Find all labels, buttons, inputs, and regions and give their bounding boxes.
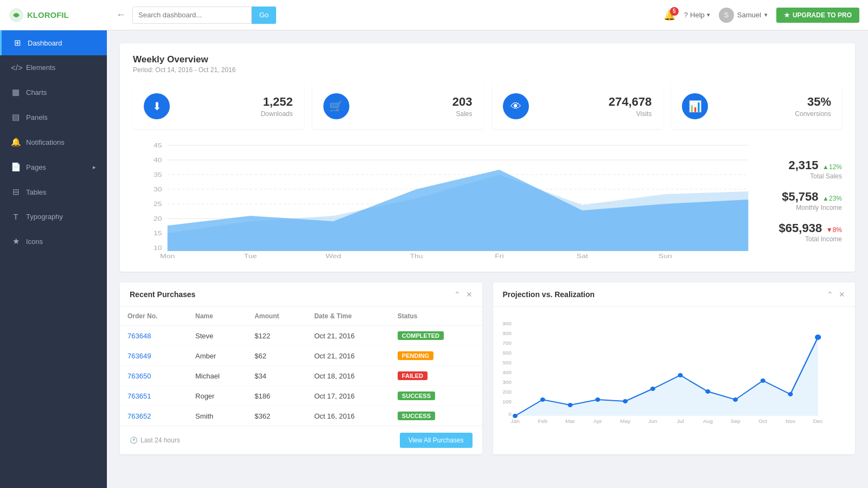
order-status: SUCCESS	[390, 386, 482, 406]
monthly-income-stat: $5,758 ▲23% Monthly Income	[766, 190, 842, 211]
collapse-button[interactable]: ⌃	[454, 290, 461, 299]
order-amount: $62	[247, 346, 307, 366]
svg-text:Feb: Feb	[538, 419, 547, 424]
user-menu-button[interactable]: S Samuel ▾	[719, 8, 768, 23]
svg-point-37	[815, 335, 821, 340]
order-date: Oct 18, 2016	[307, 366, 390, 386]
customer-name: Amber	[188, 346, 247, 366]
svg-point-28	[567, 403, 572, 407]
sidebar-item-panels[interactable]: ▤ Panels	[0, 105, 107, 130]
panels-icon: ▤	[11, 112, 21, 122]
sidebar-item-charts[interactable]: ▦ Charts	[0, 80, 107, 105]
col-order: Order No.	[120, 307, 188, 326]
svg-text:Nov: Nov	[785, 419, 795, 424]
notifications-button[interactable]: 🔔 5	[663, 9, 675, 21]
svg-text:45: 45	[154, 142, 162, 149]
sidebar-item-pages[interactable]: 📄 Pages ▸	[0, 155, 107, 179]
area-chart: 45 40 35 30 25 20 15 10 Mon	[133, 140, 755, 259]
collapse-projection-button[interactable]: ⌃	[827, 290, 833, 299]
order-date: Oct 21, 2016	[307, 346, 390, 366]
panel-footer: 🕐 Last 24 hours View All Purchases	[120, 426, 482, 454]
stat-card-sales: 🛒 203 Sales	[312, 84, 483, 129]
order-number: 763652	[120, 406, 188, 426]
monthly-income-label: Monthly Income	[766, 204, 842, 211]
main-content: Weekly Overview Period: Oct 14, 2016 - O…	[107, 30, 868, 488]
weekly-overview-card: Weekly Overview Period: Oct 14, 2016 - O…	[120, 43, 855, 272]
svg-text:600: 600	[503, 350, 512, 356]
order-amount: $34	[247, 366, 307, 386]
order-number: 763649	[120, 346, 188, 366]
svg-marker-17	[168, 170, 749, 251]
order-number: 763648	[120, 326, 188, 346]
search-area: Go	[132, 7, 306, 24]
close-button[interactable]: ✕	[466, 290, 473, 299]
conversions-label: Conversions	[717, 110, 831, 118]
customer-name: Smith	[188, 406, 247, 426]
total-income-value: $65,938	[779, 221, 822, 235]
projection-title: Projection vs. Realization	[503, 290, 595, 299]
svg-text:Sat: Sat	[577, 253, 589, 259]
view-all-button[interactable]: View All Purchases	[400, 433, 473, 448]
sidebar-item-typography[interactable]: T Typography	[0, 204, 107, 229]
area-chart-container: 45 40 35 30 25 20 15 10 Mon	[133, 140, 755, 261]
order-amount: $186	[247, 386, 307, 406]
downloads-value: 1,252	[178, 95, 293, 109]
bottom-row: Recent Purchases ⌃ ✕ Order No. Name Amou…	[120, 282, 855, 454]
sidebar-item-icons[interactable]: ★ Icons	[0, 229, 107, 254]
col-status: Status	[390, 307, 482, 326]
svg-text:40: 40	[154, 157, 162, 163]
tables-icon: ⊟	[11, 187, 21, 197]
total-sales-change: ▲12%	[822, 163, 842, 171]
customer-name: Roger	[188, 386, 247, 406]
svg-text:Mar: Mar	[565, 419, 575, 424]
order-amount: $122	[247, 326, 307, 346]
visits-label: Visits	[538, 110, 652, 118]
svg-text:25: 25	[154, 201, 162, 207]
search-button[interactable]: Go	[252, 7, 276, 24]
table-body: 763648 Steve $122 Oct 21, 2016 COMPLETED…	[120, 326, 482, 426]
svg-text:Dec: Dec	[813, 419, 822, 424]
sidebar-item-notifications[interactable]: 🔔 Notifications	[0, 130, 107, 155]
svg-point-36	[788, 392, 793, 396]
sidebar: ⊞ Dashboard </> Elements ▦ Charts ▤ Pane…	[0, 30, 107, 488]
monthly-income-change: ▲23%	[822, 195, 842, 202]
panel-controls: ⌃ ✕	[454, 290, 473, 299]
back-button[interactable]: ←	[112, 7, 130, 23]
svg-point-27	[540, 397, 545, 402]
upgrade-button[interactable]: ★ UPGRADE TO PRO	[776, 8, 859, 23]
stat-card-visits: 👁 274,678 Visits	[492, 84, 663, 129]
chart-stats: 2,315 ▲12% Total Sales $5,758 ▲23% Month…	[755, 140, 842, 261]
projection-panel: Projection vs. Realization ⌃ ✕	[493, 282, 856, 454]
weekly-title: Weekly Overview	[133, 54, 842, 65]
header-right: 🔔 5 ? Help ▾ S Samuel ▾ ★ UPGRADE TO PRO	[663, 8, 859, 23]
visits-icon: 👁	[503, 93, 529, 119]
close-projection-button[interactable]: ✕	[839, 290, 845, 299]
svg-text:500: 500	[503, 360, 512, 365]
sidebar-item-dashboard[interactable]: ⊞ Dashboard	[0, 30, 107, 55]
svg-point-35	[760, 378, 765, 383]
total-income-label: Total Income	[766, 235, 842, 243]
icons-icon: ★	[11, 236, 21, 246]
order-status: SUCCESS	[390, 406, 482, 426]
projection-svg: 900 800 700 600 500 400 300 200 100 0 Ja…	[503, 316, 846, 424]
svg-text:35: 35	[154, 171, 162, 178]
projection-controls: ⌃ ✕	[827, 290, 845, 299]
table-row: 763652 Smith $362 Oct 16, 2016 SUCCESS	[120, 406, 482, 426]
search-input[interactable]	[132, 7, 252, 24]
total-income-stat: $65,938 ▼8% Total Income	[766, 221, 842, 243]
order-number: 763651	[120, 386, 188, 406]
stat-cards: ⬇ 1,252 Downloads 🛒 203 Sales 👁	[133, 84, 842, 129]
col-date: Date & Time	[307, 307, 390, 326]
sales-icon: 🛒	[323, 93, 349, 119]
sidebar-item-tables[interactable]: ⊟ Tables	[0, 179, 107, 204]
svg-text:700: 700	[503, 341, 512, 346]
help-button[interactable]: ? Help ▾	[684, 11, 710, 19]
table-row: 763648 Steve $122 Oct 21, 2016 COMPLETED	[120, 326, 482, 346]
notification-badge: 5	[670, 7, 679, 16]
svg-text:Mon: Mon	[160, 253, 175, 259]
sidebar-item-elements[interactable]: </> Elements	[0, 55, 107, 80]
charts-icon: ▦	[11, 87, 21, 97]
chevron-down-icon: ▾	[707, 11, 710, 18]
order-amount: $362	[247, 406, 307, 426]
stat-card-conversions: 📊 35% Conversions	[671, 84, 842, 129]
